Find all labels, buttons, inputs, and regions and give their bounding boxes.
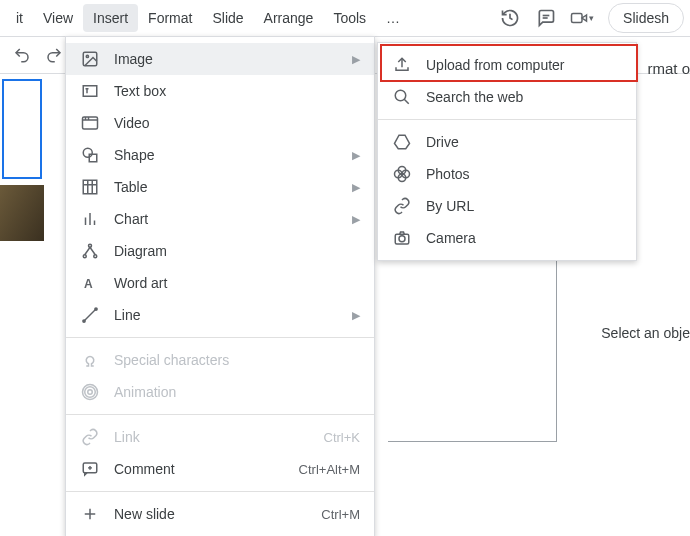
menuitem-label: Line <box>114 307 352 323</box>
menuitem-label: New slide <box>114 506 321 522</box>
animation-icon <box>80 382 100 402</box>
menu-edit[interactable]: it <box>6 4 33 32</box>
submenu-drive[interactable]: Drive <box>378 126 636 158</box>
submenu-search-web[interactable]: Search the web <box>378 81 636 113</box>
menuitem-textbox[interactable]: Text box <box>66 75 374 107</box>
image-submenu: Upload from computer Search the web Driv… <box>377 42 637 261</box>
upload-icon <box>392 55 412 75</box>
submenu-upload[interactable]: Upload from computer <box>378 49 636 81</box>
menuitem-label: Comment <box>114 461 299 477</box>
menuitem-label: Special characters <box>114 352 360 368</box>
special-chars-icon <box>80 350 100 370</box>
menu-arrange[interactable]: Arrange <box>254 4 324 32</box>
menuitem-new-slide[interactable]: New slide Ctrl+M <box>66 498 374 530</box>
shortcut: Ctrl+Alt+M <box>299 462 360 477</box>
format-options-hint: rmat o <box>647 60 690 77</box>
menu-slide[interactable]: Slide <box>202 4 253 32</box>
comments-icon[interactable] <box>534 6 558 30</box>
menuitem-label: Chart <box>114 211 352 227</box>
menuitem-label: Link <box>114 429 324 445</box>
svg-marker-39 <box>395 135 410 149</box>
svg-point-30 <box>85 387 96 398</box>
menu-tools[interactable]: Tools <box>323 4 376 32</box>
svg-point-5 <box>86 55 88 57</box>
menuitem-label: Animation <box>114 384 360 400</box>
svg-point-29 <box>88 390 93 395</box>
menuitem-label: Video <box>114 115 360 131</box>
video-icon <box>80 113 100 133</box>
submenu-photos[interactable]: Photos <box>378 158 636 190</box>
svg-point-24 <box>94 255 97 258</box>
submenu-label: Drive <box>426 134 459 150</box>
menuitem-comment[interactable]: Comment Ctrl+Alt+M <box>66 453 374 485</box>
chevron-right-icon: ▶ <box>352 309 360 322</box>
svg-point-22 <box>83 255 86 258</box>
menuitem-chart[interactable]: Chart ▶ <box>66 203 374 235</box>
meet-icon[interactable]: ▾ <box>570 6 594 30</box>
chevron-right-icon: ▶ <box>352 149 360 162</box>
camera-icon <box>392 228 412 248</box>
photos-icon <box>392 164 412 184</box>
menu-overflow[interactable]: … <box>376 4 410 32</box>
undo-icon[interactable] <box>10 43 34 67</box>
line-icon <box>80 305 100 325</box>
menuitem-shape[interactable]: Shape ▶ <box>66 139 374 171</box>
svg-point-13 <box>83 148 92 157</box>
chart-icon <box>80 209 100 229</box>
svg-point-27 <box>83 320 85 322</box>
menuitem-label: Word art <box>114 275 360 291</box>
menuitem-video[interactable]: Video <box>66 107 374 139</box>
comment-icon <box>80 459 100 479</box>
textbox-icon <box>80 81 100 101</box>
menuitem-line[interactable]: Line ▶ <box>66 299 374 331</box>
slide-thumbnails <box>0 75 48 241</box>
menu-insert[interactable]: Insert <box>83 4 138 32</box>
thumbnail-1[interactable] <box>2 79 42 179</box>
insert-dropdown: Image ▶ Text box Video Shape ▶ Table ▶ C… <box>65 36 375 536</box>
submenu-label: By URL <box>426 198 474 214</box>
slideshow-button[interactable]: Slidesh <box>608 3 684 33</box>
svg-line-38 <box>404 99 409 104</box>
shortcut: Ctrl+M <box>321 507 360 522</box>
menuitem-wordart[interactable]: A Word art <box>66 267 374 299</box>
chevron-right-icon: ▶ <box>352 53 360 66</box>
chevron-right-icon: ▶ <box>352 181 360 194</box>
menu-format[interactable]: Format <box>138 4 202 32</box>
submenu-label: Photos <box>426 166 470 182</box>
menu-view[interactable]: View <box>33 4 83 32</box>
menuitem-image[interactable]: Image ▶ <box>66 43 374 75</box>
submenu-byurl[interactable]: By URL <box>378 190 636 222</box>
shape-icon <box>80 145 100 165</box>
redo-icon[interactable] <box>42 43 66 67</box>
menuitem-animation: Animation <box>66 376 374 408</box>
drive-icon <box>392 132 412 152</box>
svg-point-37 <box>395 90 406 101</box>
svg-rect-15 <box>83 180 97 194</box>
history-icon[interactable] <box>498 6 522 30</box>
submenu-camera[interactable]: Camera <box>378 222 636 254</box>
menubar: it View Insert Format Slide Arrange Tool… <box>0 0 690 37</box>
svg-text:A: A <box>84 277 93 291</box>
menuitem-label: Text box <box>114 83 360 99</box>
menuitem-label: Table <box>114 179 352 195</box>
url-icon <box>392 196 412 216</box>
svg-point-41 <box>399 236 405 242</box>
wordart-icon: A <box>80 273 100 293</box>
menuitem-label: Shape <box>114 147 352 163</box>
menuitem-special-characters: Special characters <box>66 344 374 376</box>
link-icon <box>80 427 100 447</box>
shortcut: Ctrl+K <box>324 430 360 445</box>
menuitem-table[interactable]: Table ▶ <box>66 171 374 203</box>
image-icon <box>80 49 100 69</box>
svg-rect-14 <box>89 154 97 162</box>
submenu-label: Search the web <box>426 89 523 105</box>
chevron-right-icon: ▶ <box>352 213 360 226</box>
search-icon <box>392 87 412 107</box>
submenu-label: Camera <box>426 230 476 246</box>
plus-icon <box>80 504 100 524</box>
thumbnail-2[interactable] <box>0 185 44 241</box>
diagram-icon <box>80 241 100 261</box>
svg-point-28 <box>95 308 97 310</box>
menuitem-diagram[interactable]: Diagram <box>66 235 374 267</box>
svg-rect-2 <box>572 14 583 23</box>
